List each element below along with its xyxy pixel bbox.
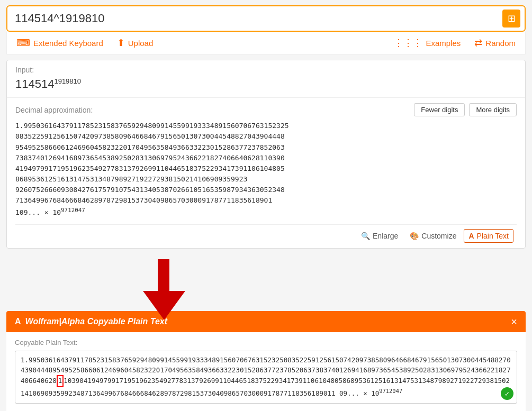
decimal-header: Decimal approximation: Fewer digits More…	[15, 103, 517, 116]
input-base: 114514	[15, 77, 54, 90]
decimal-section: Decimal approximation: Fewer digits More…	[7, 98, 525, 248]
svg-rect-0	[158, 259, 169, 291]
copyable-text-content: 1.99503616437911785231583765929480991455…	[21, 356, 511, 397]
copyable-text-label: Copyable Plain Text:	[15, 339, 517, 346]
copy-check-icon: ✓	[501, 387, 513, 400]
enlarge-icon: 🔍	[361, 232, 370, 240]
extended-keyboard-label: Extended Keyboard	[33, 39, 103, 48]
input-bar: ⊞	[6, 5, 526, 32]
main-content: Input: 1145141919810 Decimal approximati…	[6, 60, 526, 249]
grid-icon: ⊞	[508, 13, 516, 24]
copyable-text-box[interactable]: 1.99503616437911785231583765929480991455…	[15, 351, 517, 404]
toolbar-right: ⋮⋮⋮ Examples ⇄ Random	[392, 36, 518, 50]
overlay-panel: A Wolfram|Alpha Copyable Plain Text × Co…	[6, 311, 526, 411]
decimal-buttons: Fewer digits More digits	[414, 103, 517, 116]
customize-label: Customize	[421, 232, 456, 240]
upload-icon: ⬆	[117, 37, 125, 49]
plain-text-button[interactable]: A Plain Text	[464, 229, 513, 243]
upload-label: Upload	[128, 39, 154, 48]
overlay-header: A Wolfram|Alpha Copyable Plain Text ×	[6, 311, 526, 332]
enlarge-button[interactable]: 🔍 Enlarge	[357, 230, 402, 242]
fewer-digits-button[interactable]: Fewer digits	[414, 103, 465, 116]
decimal-power: 9712047	[61, 206, 85, 213]
toolbar-left: ⌨ Extended Keyboard ⬆ Upload	[14, 36, 392, 50]
upload-button[interactable]: ⬆ Upload	[115, 36, 156, 50]
more-digits-button[interactable]: More digits	[469, 103, 517, 116]
input-label: Input:	[15, 66, 517, 74]
text-icon: A	[468, 232, 474, 240]
overlay-title: Wolfram|Alpha Copyable Plain Text	[25, 317, 168, 326]
overlay-body: Copyable Plain Text: 1.99503616437911785…	[6, 332, 526, 411]
enlarge-label: Enlarge	[373, 232, 398, 240]
main-input[interactable]	[12, 6, 502, 31]
decimal-footer: 🔍 Enlarge 🎨 Customize A Plain Text	[15, 224, 517, 248]
toolbar: ⌨ Extended Keyboard ⬆ Upload ⋮⋮⋮ Example…	[6, 32, 526, 54]
input-exponent: 1919810	[54, 77, 81, 85]
examples-button[interactable]: ⋮⋮⋮ Examples	[392, 36, 463, 50]
random-label: Random	[485, 39, 516, 48]
input-display: 1145141919810	[15, 77, 517, 91]
random-button[interactable]: ⇄ Random	[472, 36, 518, 50]
keyboard-icon: ⌨	[16, 37, 30, 49]
decimal-label: Decimal approximation:	[15, 106, 93, 114]
decimal-value: 1.99503616437911785231583765929480991455…	[15, 121, 517, 222]
input-icon: ⊞	[502, 10, 520, 28]
decimal-exponent: 109... × 109712047	[15, 208, 85, 216]
input-section: Input: 1145141919810	[7, 60, 525, 98]
overlay-close-button[interactable]: ×	[511, 316, 517, 327]
examples-label: Examples	[426, 39, 461, 48]
customize-button[interactable]: 🎨 Customize	[405, 230, 461, 242]
examples-icon: ⋮⋮⋮	[394, 37, 422, 49]
overlay-icon: A	[15, 317, 21, 326]
random-icon: ⇄	[474, 37, 482, 49]
palette-icon: 🎨	[410, 232, 419, 240]
plain-text-label: Plain Text	[477, 232, 509, 240]
extended-keyboard-button[interactable]: ⌨ Extended Keyboard	[14, 36, 105, 50]
